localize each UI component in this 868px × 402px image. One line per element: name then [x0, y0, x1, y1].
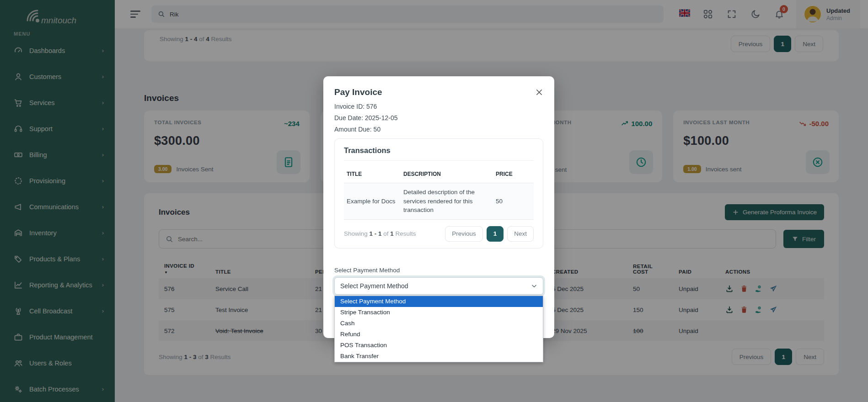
due-date-line: Due Date: 2025-12-05 [334, 114, 543, 122]
next-page-button[interactable]: Next [507, 226, 534, 242]
chevron-down-icon [531, 283, 537, 289]
dropdown-option-cash[interactable]: Cash [335, 318, 543, 329]
transactions-table: TITLE DESCRIPTION PRICE Example for Docs… [344, 167, 534, 220]
modal-title: Pay Invoice [334, 87, 382, 97]
transactions-results-summary: Showing 1 - 1 of 1 Results [344, 230, 416, 237]
dropdown-option-refund[interactable]: Refund [335, 329, 543, 340]
column-header-description: DESCRIPTION [401, 167, 493, 183]
invoice-id-line: Invoice ID: 576 [334, 103, 543, 110]
transactions-pagination: Previous 1 Next [445, 226, 534, 242]
transactions-card: Transactions TITLE DESCRIPTION PRICE Exa… [334, 138, 543, 249]
column-header-price: PRICE [493, 167, 534, 183]
dropdown-option-stripe-transaction[interactable]: Stripe Transaction [335, 307, 543, 318]
transaction-row: Example for Docs Detailed description of… [344, 183, 534, 220]
pay-invoice-modal: Pay Invoice Invoice ID: 576 Due Date: 20… [323, 76, 554, 338]
transactions-heading: Transactions [344, 146, 534, 161]
dropdown-option-select-payment-method[interactable]: Select Payment Method [335, 296, 543, 307]
column-header-title: TITLE [344, 167, 401, 183]
close-icon[interactable] [535, 88, 543, 96]
previous-page-button[interactable]: Previous [445, 226, 483, 242]
payment-method-label: Select Payment Method [334, 267, 543, 274]
payment-method-select[interactable]: Select Payment Method [334, 277, 543, 295]
amount-due-line: Amount Due: 50 [334, 126, 543, 133]
payment-method-dropdown: Select Payment Method Stripe Transaction… [334, 296, 543, 362]
dropdown-option-bank-transfer[interactable]: Bank Transfer [335, 351, 543, 362]
invoice-summary: Invoice ID: 576 Due Date: 2025-12-05 Amo… [334, 103, 543, 133]
dropdown-option-pos-transaction[interactable]: POS Transaction [335, 340, 543, 351]
app-root: mnitouch MENU Dashboards › Customers › S… [0, 0, 868, 402]
page-1-button[interactable]: 1 [487, 226, 504, 242]
